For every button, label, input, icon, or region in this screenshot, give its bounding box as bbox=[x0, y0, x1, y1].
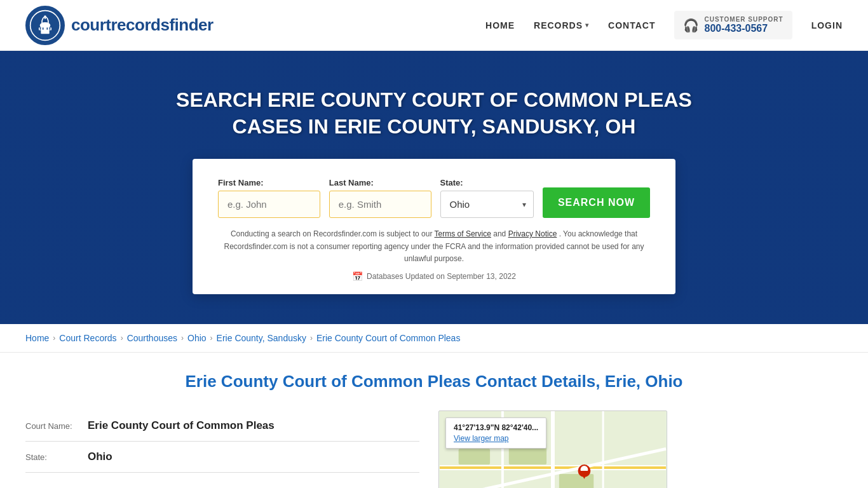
map-area: 41°27'13.9"N 82°42'40... View larger map bbox=[438, 410, 667, 488]
hero-title: SEARCH ERIE COUNTY COURT OF COMMON PLEAS… bbox=[148, 87, 720, 140]
map-coords: 41°27'13.9"N 82°42'40... bbox=[454, 423, 538, 432]
breadcrumb-court-records[interactable]: Court Records bbox=[59, 333, 116, 343]
login-button[interactable]: LOGIN bbox=[811, 20, 843, 30]
svg-rect-10 bbox=[50, 27, 51, 29]
headset-icon: 🎧 bbox=[683, 18, 699, 33]
breadcrumb-sep-5: › bbox=[310, 334, 313, 342]
breadcrumb-erie-sandusky[interactable]: Erie County, Sandusky bbox=[217, 333, 306, 343]
breadcrumb-current: Erie County Court of Common Pleas bbox=[316, 333, 460, 343]
svg-rect-19 bbox=[559, 474, 593, 488]
breadcrumb: Home › Court Records › Courthouses › Ohi… bbox=[0, 324, 868, 353]
db-updated: 📅 Databases Updated on September 13, 202… bbox=[218, 271, 650, 281]
breadcrumb-home[interactable]: Home bbox=[25, 333, 49, 343]
records-chevron-icon: ▾ bbox=[585, 22, 589, 29]
support-block: 🎧 CUSTOMER SUPPORT 800-433-0567 bbox=[674, 11, 792, 39]
svg-rect-1 bbox=[41, 29, 49, 34]
nav-home[interactable]: HOME bbox=[485, 20, 515, 30]
search-card: First Name: Last Name: State: AlabamaAla… bbox=[193, 159, 675, 294]
first-name-input[interactable] bbox=[218, 191, 320, 218]
hero-section: SEARCH ERIE COUNTY COURT OF COMMON PLEAS… bbox=[0, 51, 868, 324]
section-title: Erie County Court of Common Pleas Contac… bbox=[25, 372, 843, 391]
first-name-group: First Name: bbox=[218, 178, 320, 218]
last-name-input[interactable] bbox=[329, 191, 431, 218]
logo-text: courtrecordsfinder bbox=[71, 15, 214, 35]
main-nav: HOME RECORDS ▾ CONTACT 🎧 CUSTOMER SUPPOR… bbox=[485, 11, 843, 39]
svg-rect-8 bbox=[43, 27, 44, 29]
map-view-larger-link[interactable]: View larger map bbox=[454, 434, 538, 443]
breadcrumb-ohio[interactable]: Ohio bbox=[187, 333, 207, 343]
svg-rect-7 bbox=[40, 27, 41, 29]
details-table: Court Name: Erie County Court of Common … bbox=[25, 410, 419, 488]
support-text: CUSTOMER SUPPORT 800-433-0567 bbox=[704, 16, 783, 34]
breadcrumb-sep-1: › bbox=[53, 334, 55, 342]
state-group: State: AlabamaAlaskaArizonaArkansasCalif… bbox=[440, 178, 534, 218]
search-button[interactable]: SEARCH NOW bbox=[543, 187, 650, 218]
breadcrumb-sep-4: › bbox=[210, 334, 213, 342]
last-name-label: Last Name: bbox=[329, 178, 431, 187]
first-name-label: First Name: bbox=[218, 178, 320, 187]
map-info-box: 41°27'13.9"N 82°42'40... View larger map bbox=[445, 417, 546, 449]
support-phone: 800-433-0567 bbox=[704, 23, 783, 34]
calendar-icon: 📅 bbox=[352, 271, 363, 281]
court-name-row: Court Name: Erie County Court of Common … bbox=[25, 410, 419, 442]
state-detail-label: State: bbox=[25, 452, 83, 462]
nav-contact[interactable]: CONTACT bbox=[608, 20, 655, 30]
last-name-group: Last Name: bbox=[329, 178, 431, 218]
legal-text: Conducting a search on Recordsfinder.com… bbox=[218, 228, 650, 265]
support-label: CUSTOMER SUPPORT bbox=[704, 16, 783, 23]
state-select[interactable]: AlabamaAlaskaArizonaArkansasCaliforniaCo… bbox=[440, 191, 534, 218]
state-select-wrapper: AlabamaAlaskaArizonaArkansasCaliforniaCo… bbox=[440, 191, 534, 218]
court-name-value: Erie County Court of Common Pleas bbox=[88, 419, 275, 432]
state-row: State: Ohio bbox=[25, 442, 419, 473]
terms-link[interactable]: Terms of Service bbox=[435, 229, 491, 238]
search-fields: First Name: Last Name: State: AlabamaAla… bbox=[218, 178, 650, 218]
breadcrumb-sep-2: › bbox=[121, 334, 123, 342]
svg-rect-9 bbox=[47, 27, 48, 29]
main-content: Erie County Court of Common Pleas Contac… bbox=[0, 353, 868, 488]
nav-records[interactable]: RECORDS ▾ bbox=[534, 20, 589, 30]
logo-icon bbox=[25, 6, 65, 45]
privacy-link[interactable]: Privacy Notice bbox=[508, 229, 557, 238]
court-name-label: Court Name: bbox=[25, 421, 83, 431]
breadcrumb-courthouses[interactable]: Courthouses bbox=[127, 333, 177, 343]
map-container: 41°27'13.9"N 82°42'40... View larger map bbox=[438, 410, 667, 488]
state-detail-value: Ohio bbox=[88, 451, 112, 463]
svg-rect-20 bbox=[459, 449, 490, 464]
state-label: State: bbox=[440, 178, 534, 187]
details-map-row: Court Name: Erie County Court of Common … bbox=[25, 410, 843, 488]
logo-area: courtrecordsfinder bbox=[25, 6, 214, 45]
site-header: courtrecordsfinder HOME RECORDS ▾ CONTAC… bbox=[0, 0, 868, 51]
svg-point-6 bbox=[44, 15, 46, 17]
breadcrumb-sep-3: › bbox=[181, 334, 184, 342]
